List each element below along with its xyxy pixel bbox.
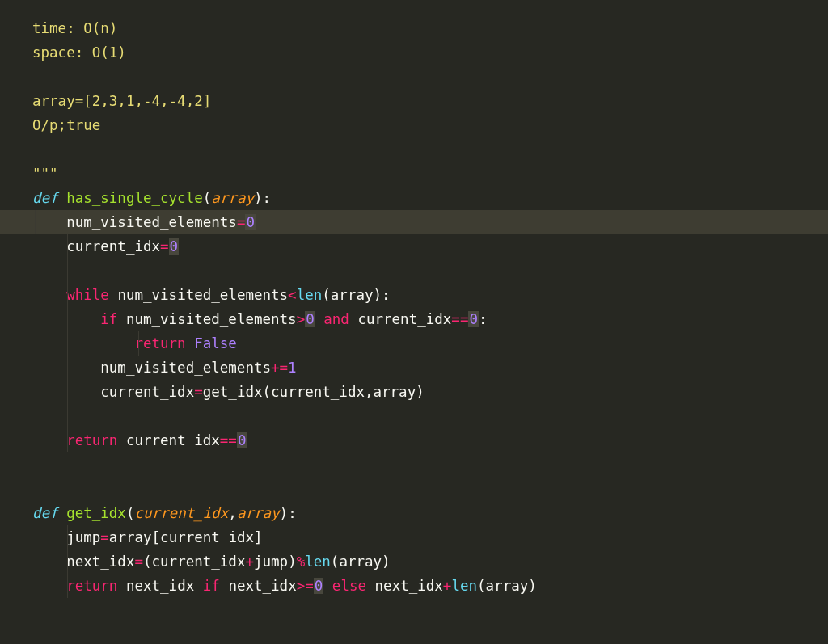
number-literal: 0 xyxy=(169,238,180,255)
variable: num_visited_elements xyxy=(117,287,288,303)
code-line[interactable]: current_idx=get_idx(current_idx,array) xyxy=(32,380,828,404)
keyword-else: else xyxy=(332,578,366,594)
code-editor[interactable]: time: O(n) space: O(1) array=[2,3,1,-4,-… xyxy=(0,0,828,598)
keyword-and: and xyxy=(323,311,349,327)
code-line[interactable] xyxy=(32,259,828,283)
keyword-while: while xyxy=(66,287,109,303)
code-line-active[interactable]: num_visited_elements=0 xyxy=(0,210,828,234)
code-line[interactable]: while num_visited_elements<len(array): xyxy=(32,283,828,307)
keyword-def: def xyxy=(32,505,58,521)
variable: current_idx xyxy=(66,238,160,255)
variable: jump xyxy=(66,529,100,545)
function-call: get_idx xyxy=(203,384,263,400)
number-literal: 0 xyxy=(305,311,315,327)
variable: num_visited_elements xyxy=(126,311,297,327)
indent-guide xyxy=(103,307,104,331)
number-literal: 1 xyxy=(288,360,297,376)
indent-guide xyxy=(138,331,139,356)
indent-guide xyxy=(35,210,36,234)
variable: next_idx xyxy=(375,578,443,594)
indent-guide xyxy=(67,380,68,404)
indent-guide xyxy=(67,428,68,452)
number-literal: 0 xyxy=(237,432,247,448)
builtin-len: len xyxy=(297,287,323,303)
keyword-return: return xyxy=(66,578,117,594)
keyword-if: if xyxy=(203,578,220,594)
indent-guide xyxy=(67,259,68,283)
code-line[interactable] xyxy=(32,452,828,477)
indent-guide xyxy=(67,234,68,259)
indent-guide xyxy=(67,331,68,356)
indent-guide xyxy=(103,331,104,356)
number-literal: 0 xyxy=(245,214,256,230)
indent-guide xyxy=(67,283,68,307)
keyword-return: return xyxy=(134,335,185,351)
code-line[interactable]: next_idx=(current_idx+jump)%len(array) xyxy=(32,549,828,574)
docstring-end: """ xyxy=(32,166,58,182)
code-line[interactable] xyxy=(32,404,828,428)
code-line[interactable]: if num_visited_elements>0 and current_id… xyxy=(32,307,828,331)
variable: num_visited_elements xyxy=(100,360,271,376)
variable: next_idx xyxy=(228,578,296,594)
indent-guide xyxy=(67,549,68,574)
docstring-text: time: O(n) xyxy=(32,20,117,36)
variable: next_idx xyxy=(126,578,194,594)
indent-guide xyxy=(67,404,68,428)
docstring-text: O/p;true xyxy=(32,117,100,133)
variable: array xyxy=(109,529,152,545)
keyword-return: return xyxy=(66,432,117,448)
function-name: get_idx xyxy=(58,505,126,521)
code-line[interactable]: def get_idx(current_idx,array): xyxy=(32,501,828,525)
builtin-len: len xyxy=(305,554,331,570)
variable: num_visited_elements xyxy=(66,214,237,230)
variable: current_idx xyxy=(100,384,194,400)
parameter: array xyxy=(211,190,254,206)
variable: current_idx xyxy=(357,311,451,327)
code-line[interactable]: """ xyxy=(32,162,828,186)
code-line[interactable]: current_idx=0 xyxy=(32,234,828,259)
code-line[interactable]: jump=array[current_idx] xyxy=(32,525,828,549)
indent-guide xyxy=(67,356,68,380)
number-literal: 0 xyxy=(468,311,479,327)
parameter: array xyxy=(237,505,280,521)
indent-guide xyxy=(67,525,68,549)
docstring-text: array=[2,3,1,-4,-4,2] xyxy=(32,93,211,109)
code-line[interactable]: def has_single_cycle(array): xyxy=(32,186,828,210)
function-name: has_single_cycle xyxy=(58,190,203,206)
constant-false: False xyxy=(194,335,237,351)
code-line[interactable]: time: O(n) xyxy=(32,16,828,40)
parameter: current_idx xyxy=(134,505,228,521)
builtin-len: len xyxy=(451,578,477,594)
code-line[interactable]: array=[2,3,1,-4,-4,2] xyxy=(32,89,828,113)
code-line[interactable]: space: O(1) xyxy=(32,40,828,65)
code-line[interactable] xyxy=(32,65,828,89)
code-line[interactable]: num_visited_elements+=1 xyxy=(32,356,828,380)
code-line[interactable]: return next_idx if next_idx>=0 else next… xyxy=(32,574,828,598)
variable: next_idx xyxy=(66,554,134,570)
code-line[interactable] xyxy=(32,477,828,501)
docstring-text: space: O(1) xyxy=(32,44,126,61)
keyword-def: def xyxy=(32,190,58,206)
indent-guide xyxy=(67,574,68,598)
code-line[interactable]: return current_idx==0 xyxy=(32,428,828,452)
code-line[interactable]: O/p;true xyxy=(32,113,828,137)
indent-guide xyxy=(103,380,104,404)
variable: current_idx xyxy=(126,432,220,448)
code-line[interactable] xyxy=(32,137,828,162)
number-literal: 0 xyxy=(314,578,324,594)
code-line[interactable]: return False xyxy=(32,331,828,356)
indent-guide xyxy=(103,356,104,380)
indent-guide xyxy=(67,307,68,331)
